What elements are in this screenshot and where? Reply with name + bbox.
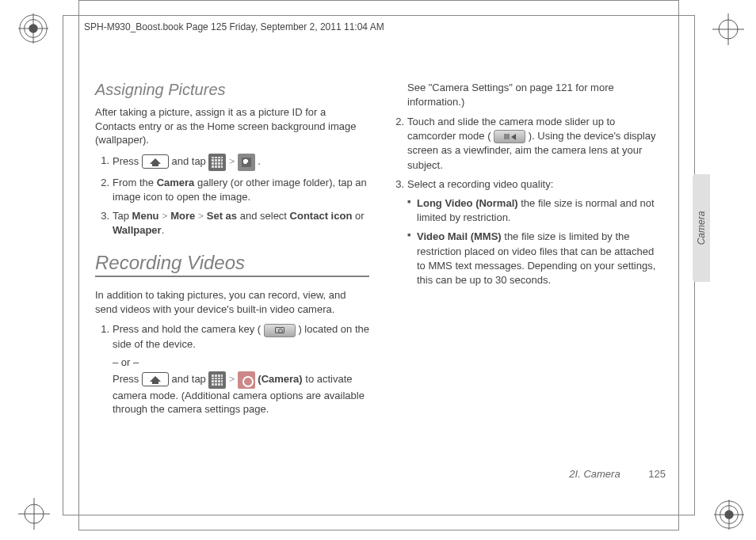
ap-step-2: 2. From the Camera gallery (or other ima… — [95, 176, 369, 204]
cross-mark-icon — [18, 498, 50, 530]
registration-mark-icon — [18, 13, 48, 44]
camcorder-slider-icon — [494, 130, 525, 143]
ap-step-1: 1. Press and tap > . — [95, 154, 369, 171]
column-right: See "Camera Settings" on page 121 for mo… — [390, 81, 664, 423]
page-number: 125 — [648, 468, 666, 480]
rv-step-1-alt: Press and tap > (Camera) to activate cam… — [95, 371, 369, 416]
quality-option-mms: Video Mail (MMS) the file size is limite… — [407, 230, 664, 287]
recording-intro: In addition to taking pictures, you can … — [95, 288, 369, 316]
rv-step-3: 3. Select a recording video quality: — [390, 177, 664, 192]
quality-option-long: Long Video (Normal) the file size is nor… — [407, 196, 664, 225]
or-divider: – or – — [95, 356, 369, 368]
rv-step-1: 1. Press and hold the camera key ( ) loc… — [95, 322, 369, 351]
apps-icon — [208, 371, 226, 389]
rv-continuation: See "Camera Settings" on page 121 for mo… — [390, 81, 664, 108]
footer-section: 2I. Camera — [569, 468, 620, 480]
apps-icon — [208, 154, 226, 171]
page-footer: 2I. Camera 125 — [95, 468, 666, 480]
rv-step-2: 2. Touch and slide the camera mode slide… — [390, 115, 664, 173]
cross-mark-icon — [712, 13, 744, 45]
ap-step-3: 3. Tap Menu > More > Set as and select C… — [95, 209, 369, 238]
assigning-intro: After taking a picture, assign it as a p… — [95, 105, 369, 147]
camera-key-icon — [264, 324, 296, 337]
column-left: Assigning Pictures After taking a pictur… — [95, 81, 369, 423]
home-key-icon — [142, 154, 169, 169]
home-key-icon — [142, 372, 169, 386]
side-tab-label: Camera — [696, 211, 707, 245]
side-tab: Camera — [693, 174, 710, 282]
registration-mark-icon — [714, 500, 744, 530]
section-title-recording: Recording Videos — [95, 252, 369, 277]
running-header: SPH-M930_Boost.book Page 125 Friday, Sep… — [82, 21, 386, 32]
page-content: Assigning Pictures After taking a pictur… — [95, 81, 666, 423]
section-title-assigning: Assigning Pictures — [95, 81, 369, 99]
camera-app-icon — [238, 371, 255, 389]
gallery-icon — [238, 154, 255, 171]
